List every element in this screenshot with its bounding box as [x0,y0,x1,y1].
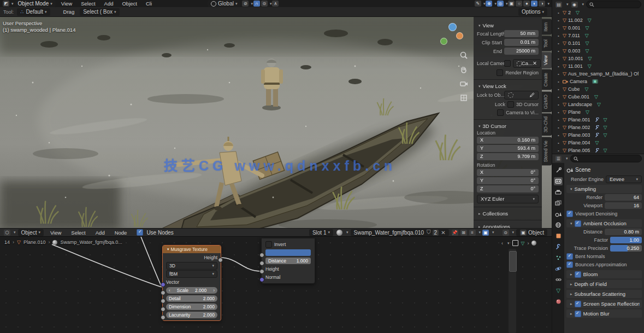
breadcrumb[interactable]: Scene [575,167,590,173]
modifier-wrench-icon[interactable] [595,125,600,130]
node-menu-view[interactable]: View [46,230,66,236]
local-camera-checkbox[interactable] [504,60,511,67]
editor-type-icon[interactable]: ◩ [3,1,9,7]
gizmo-axis-y[interactable] [440,38,447,45]
outliner-row[interactable]: •▽Plane.003 ▽ [552,131,644,139]
mesh-data-icon[interactable]: ▽ [603,117,607,122]
shader-editor-canvas[interactable]: 14 › ▽ Plane.010 › Swamp_Water_fgmjfbqa.… [0,237,552,333]
fake-user-shield-icon[interactable]: ⛉ [427,229,431,236]
outliner-row[interactable]: •▽0.101▽ [552,39,644,47]
musgrave-texture-node[interactable]: ▾Musgrave Texture Height 3D▾ fBM▾ Vector… [162,245,221,321]
pen-tool-icon[interactable]: ✎ [475,1,481,7]
lock-object-field[interactable]: 🖉 [504,91,539,100]
material-name-field[interactable]: Swamp_Water_fgmjfbqa.010 ⛉ 2 ✕ [351,229,449,236]
outliner-row[interactable]: •▽Cube.001▽ [552,93,644,101]
lacunarity-field[interactable]: Lacunarity2.000 [166,312,217,318]
outliner-search-input[interactable] [586,1,641,8]
outliner-row[interactable]: •▽Landscape▽ [552,101,644,108]
strength-field[interactable]: Strength1.010 [265,249,311,256]
bloom-checkbox[interactable] [575,271,581,278]
mesh-data-icon[interactable]: ▽ [603,132,607,138]
clip-start-field[interactable]: 0.01 m [504,39,539,46]
render-region-checkbox[interactable] [497,69,503,76]
ao-trace-slider[interactable]: 0.250 [610,245,642,252]
node-menu-add[interactable]: Add [91,230,109,236]
shading-solid-icon[interactable]: ● [523,1,530,7]
lock-cursor-checkbox[interactable] [507,101,514,108]
camera-to-view-checkbox[interactable] [497,109,504,116]
gizmo-axis-x[interactable] [456,32,463,39]
viewport-3d[interactable]: User Perspective (1) swamp_wooded | Plan… [0,17,552,228]
tab-particles-icon[interactable] [554,254,563,262]
eyedropper-icon[interactable]: 🖉 [530,91,535,99]
mesh-data-icon[interactable]: ▽ [588,56,592,61]
collections-section-header[interactable]: ▸Collections [477,211,539,217]
unlink-material-icon[interactable]: ✕ [441,230,445,236]
clip-end-field[interactable]: 25000 m [504,48,539,55]
dof-section-header[interactable]: ▸Depth of Field [566,280,642,288]
outliner-row[interactable]: •▽7.011▽ [552,32,644,39]
bent-normals-checkbox[interactable] [566,253,573,260]
outliner-row[interactable]: •▽Plane▽ [552,108,644,116]
tab-material-icon[interactable] [554,297,563,306]
mesh-data-icon[interactable]: ▽ [588,17,592,23]
sampling-section-header[interactable]: ▾Sampling [566,185,642,193]
dimensions-dropdown[interactable]: 3D▾ [166,262,217,270]
drag-mode-dropdown[interactable]: Select ( Box▾ [80,8,119,16]
sss-section-header[interactable]: ▸Subsurface Scattering [566,290,642,298]
proportional-edit-icon[interactable]: ⊙ [261,1,268,7]
outliner-row[interactable]: •▽Plane.004▽ [552,139,644,147]
zoom-tool-icon[interactable] [459,51,468,60]
orientation-dropdown[interactable]: Global▾ [208,0,240,7]
scale-field[interactable]: ‹Scale2.000› [166,287,217,294]
mesh-data-icon[interactable]: ▽ [603,125,607,130]
menu-select[interactable]: Select [76,1,99,7]
shading-material-icon[interactable]: ◐ [531,1,537,7]
node-snap-icon[interactable]: ⊞ [460,230,467,236]
breadcrumb-material[interactable]: Swamp_Water_fgmjfbqa.0... [60,239,122,245]
tab-tool-icon[interactable] [554,166,563,174]
view-section-header[interactable]: ▾View [477,22,539,28]
bump-node[interactable]: Invert Strength1.010 Distance1.000 Heigh… [261,238,315,284]
outliner-row[interactable]: •▽Cube▽ [552,85,644,93]
menu-object[interactable]: Object [117,1,141,7]
mode-dropdown[interactable]: Object Mode▾ [15,0,56,7]
bounces-approx-checkbox[interactable] [566,261,573,268]
miniprops-active-tab[interactable] [509,251,517,272]
ortho-grid-icon[interactable] [459,94,468,102]
modifier-wrench-icon[interactable] [595,133,600,138]
mesh-data-icon[interactable]: ▽ [585,33,589,38]
properties-editor-icon[interactable]: ☰ [555,156,562,162]
outliner-row[interactable]: •▽2▽ [552,9,644,16]
tab-view[interactable]: View [542,52,552,68]
gizmo-axis-z[interactable] [448,23,457,31]
tab-stored-views[interactable]: Stored Vie [542,137,552,166]
pin-icon[interactable]: 📌 [452,230,458,236]
mesh-data-icon[interactable]: ▽ [588,63,592,69]
tab-tool[interactable]: Tool [542,36,552,51]
outliner-row[interactable]: •▽0.001▽ [552,24,644,32]
viewport-samples-field[interactable]: 16 [605,202,642,209]
outliner-row[interactable]: •▽0.003▽ [552,47,644,55]
mesh-data-icon[interactable]: ▽ [603,148,607,153]
ao-checkbox[interactable] [575,220,581,227]
miniprops-context-button[interactable]: ▣ Object [516,229,547,236]
tab-physics-icon[interactable] [554,265,563,273]
view-lock-section-header[interactable]: ▾View Lock [477,83,539,89]
tab-gizmo[interactable]: GizMO [542,91,552,112]
overlays-toggle-icon[interactable]: ◎ [497,1,504,7]
annotate-icon[interactable]: ∧ [272,1,279,7]
cursor-rz-field[interactable]: 0° [530,185,535,192]
annotations-section-header[interactable]: ▸Annotations [477,224,539,228]
modifier-wrench-icon[interactable] [595,118,600,122]
ao-factor-slider[interactable]: 1.00 [610,237,642,243]
cursor-rx-field[interactable]: 0° [530,169,535,176]
lacunarity-input-socket[interactable] [161,315,166,320]
shader-editor-icon[interactable]: ⬡ [4,230,10,236]
node-overlays-icon[interactable]: ▣ [482,230,489,236]
outliner-filter-icon[interactable]: ▤ [556,2,562,8]
tool-preset-dropdown[interactable]: ∴ Default▾ [17,8,50,16]
shading-rendered-icon[interactable]: ◑ [539,1,545,7]
slot-dropdown[interactable]: Slot 1▾ [309,229,333,236]
breadcrumb-object[interactable]: Plane.010 [23,239,46,245]
